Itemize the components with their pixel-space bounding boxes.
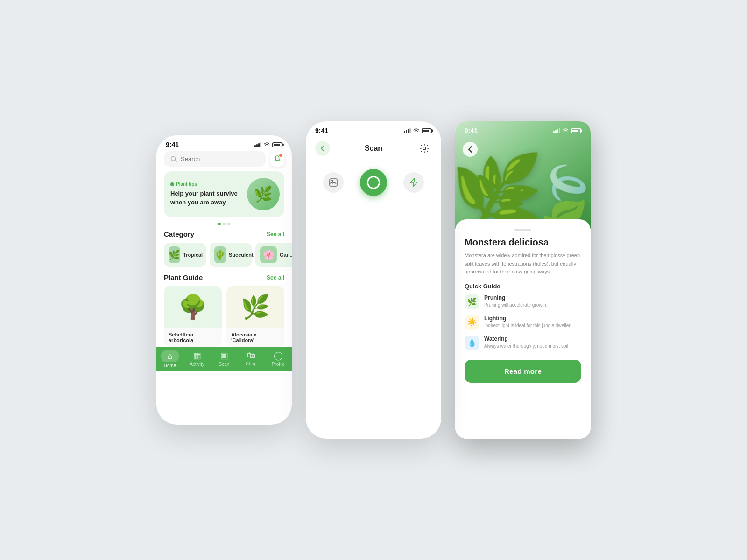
nav-home-label: Home	[164, 363, 176, 368]
bar2	[256, 144, 258, 147]
category-tropical[interactable]: 🌿 Tropical	[164, 243, 206, 267]
search-icon	[170, 156, 177, 162]
drag-handle[interactable]	[514, 229, 531, 231]
category-succulent[interactable]: 🌵 Succulent	[210, 243, 252, 267]
category-garden[interactable]: 🌸 Gar...	[255, 243, 292, 267]
nav-profile-label: Profile	[272, 362, 285, 367]
tag-label: Plant tips	[176, 182, 197, 187]
lighting-name: Lighting	[484, 315, 581, 322]
plant-photo-header: 9:41	[455, 121, 591, 229]
capture-ring	[367, 176, 380, 189]
guide-img-1: 🌳	[164, 286, 222, 328]
svg-point-2	[423, 147, 426, 150]
dot-2	[223, 223, 226, 225]
battery-right	[571, 128, 581, 133]
profile-icon: ◯	[274, 350, 283, 361]
watering-text: Watering Always water thoroughly, need m…	[484, 336, 581, 350]
time-mid: 9:41	[315, 127, 328, 134]
flash-button[interactable]	[403, 172, 424, 193]
wifi-icon	[263, 142, 270, 147]
guide-card-1[interactable]: 🌳 Schefflera arboricola	[164, 286, 222, 347]
home-icon: ⌂	[168, 351, 173, 361]
guide-label-2: Alocasia x 'Calidora'	[226, 328, 284, 347]
bar3	[258, 143, 260, 147]
phones-container: 9:41	[156, 121, 591, 439]
search-row	[156, 151, 292, 167]
category-header: Category See all	[156, 230, 292, 238]
guide-see-all[interactable]: See all	[267, 274, 284, 281]
scan-icon: ▣	[220, 350, 228, 361]
garden-label: Gar...	[280, 252, 292, 258]
plant-description: Monstera are widely admired for their gl…	[465, 252, 581, 276]
nav-scan-label: Scan	[219, 362, 230, 367]
garden-img: 🌸	[260, 246, 277, 263]
nav-shop[interactable]: 🛍 Shop	[238, 350, 265, 368]
guide-grid: 🌳 Schefflera arboricola 🌿 Alocasia x 'Ca…	[156, 286, 292, 347]
category-see-all[interactable]: See all	[267, 231, 284, 238]
search-input[interactable]	[181, 155, 259, 162]
category-row: 🌿 Tropical 🌵 Succulent 🌸 Gar...	[156, 243, 292, 267]
nav-home[interactable]: ⌂ Home	[156, 350, 183, 368]
phone-home: 9:41	[156, 135, 292, 425]
succulent-label: Succulent	[229, 252, 254, 258]
watering-name: Watering	[484, 336, 581, 342]
banner-dots	[156, 223, 292, 225]
lighting-text: Lighting Indirect light is ideal for thi…	[484, 315, 581, 329]
guide-lighting: ☀️ Lighting Indirect light is ideal for …	[465, 315, 581, 330]
guide-title: Plant Guide	[164, 273, 203, 281]
bar4	[260, 142, 261, 147]
capture-button[interactable]	[360, 169, 387, 196]
status-icons-right	[553, 128, 581, 133]
signal-right	[553, 128, 560, 133]
pruning-text: Pruning Pruning will accelerate growth.	[484, 294, 581, 308]
scan-settings-button[interactable]	[417, 141, 432, 156]
scan-header: Scan	[306, 137, 441, 161]
status-bar-left: 9:41	[156, 135, 292, 151]
scan-back-button[interactable]	[315, 141, 330, 156]
plant-tips-banner[interactable]: Plant tips Help your plant survive when …	[164, 171, 284, 217]
succulent-img: 🌵	[214, 246, 226, 263]
nav-shop-label: Shop	[246, 361, 256, 366]
phone-scan: 9:41	[306, 121, 441, 439]
guide-card-2[interactable]: 🌿 Alocasia x 'Calidora'	[226, 286, 284, 347]
guide-img-2: 🌿	[226, 286, 284, 328]
bottom-nav: ⌂ Home ▦ Activity ▣ Scan 🛍 Shop ◯ Profil…	[156, 347, 292, 371]
banner-image: 🌿	[247, 178, 280, 210]
tropical-img: 🌿	[169, 246, 180, 263]
status-bar-right: 9:41	[455, 121, 591, 134]
search-bar[interactable]	[164, 151, 266, 167]
nav-activity[interactable]: ▦ Activity	[183, 350, 211, 368]
guide-label-1: Schefflera arboricola	[164, 328, 222, 347]
detail-back-button[interactable]	[463, 142, 478, 157]
wifi-icon-mid	[413, 128, 420, 133]
notification-dot	[279, 154, 282, 157]
scan-title: Scan	[365, 144, 382, 153]
gallery-button[interactable]	[323, 172, 344, 193]
svg-line-1	[175, 160, 177, 162]
status-icons-left	[254, 142, 282, 147]
pruning-name: Pruning	[484, 294, 581, 301]
notification-button[interactable]	[270, 152, 284, 167]
phone-detail: 9:41	[455, 121, 591, 439]
activity-icon: ▦	[193, 350, 201, 361]
guide-pruning: 🌿 Pruning Pruning will accelerate growth…	[465, 294, 581, 309]
wifi-right	[562, 128, 569, 133]
quick-guide-title: Quick Guide	[465, 283, 581, 290]
nav-profile[interactable]: ◯ Profile	[265, 350, 292, 368]
banner-tag: Plant tips	[170, 182, 247, 187]
shop-icon: 🛍	[247, 350, 255, 360]
nav-home-bg: ⌂	[161, 350, 179, 362]
battery-icon	[272, 142, 282, 147]
watering-icon: 💧	[465, 336, 479, 350]
read-more-button[interactable]: Read more	[465, 360, 581, 383]
status-icons-mid	[404, 128, 432, 133]
plant-name: Monstera deliciosa	[465, 237, 581, 248]
nav-scan[interactable]: ▣ Scan	[211, 350, 238, 368]
tag-dot	[170, 182, 174, 186]
phone-right-inner: 9:41	[455, 121, 591, 439]
battery-mid	[422, 128, 432, 133]
guide-header: Plant Guide See all	[156, 273, 292, 281]
watering-desc: Always water thoroughly, need moist soil…	[484, 343, 581, 350]
banner-title: Help your plant survive when you are awa…	[170, 189, 247, 206]
plant-leaf-back: 🍃	[530, 163, 591, 229]
